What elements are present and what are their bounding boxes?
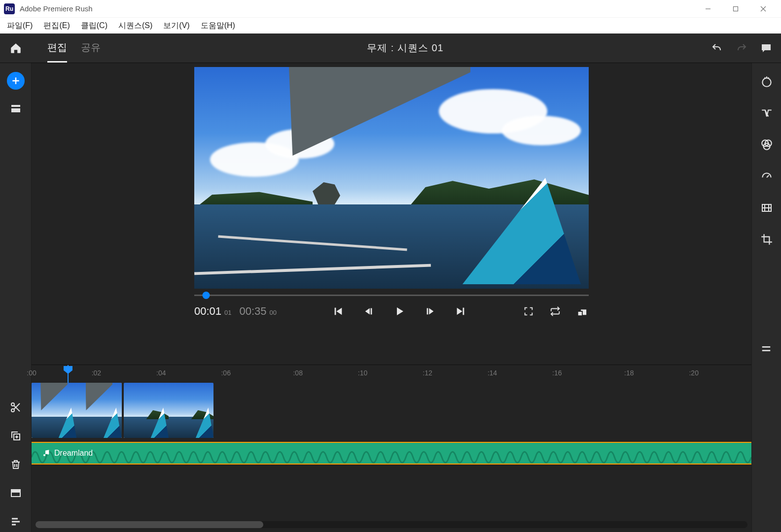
svg-rect-10	[426, 308, 428, 315]
os-titlebar: Ru Adobe Premiere Rush	[0, 0, 781, 18]
app-root: 편집 공유 무제 : 시퀀스 01	[0, 33, 781, 532]
ruler-tick: :20	[689, 369, 698, 377]
window-close-button[interactable]	[749, 0, 777, 18]
svg-rect-7	[11, 108, 20, 112]
step-back-button[interactable]	[362, 304, 376, 318]
media-browser-button[interactable]	[8, 100, 24, 116]
svg-rect-8	[334, 308, 336, 315]
ruler-tick: :14	[488, 369, 497, 377]
audio-tool-button[interactable]	[759, 200, 775, 216]
speed-tool-button[interactable]	[759, 168, 775, 184]
audio-clip[interactable]: Dreamland	[32, 442, 751, 465]
timeline-panel: :00 :02 :04 :06 :08 :10 :12 :14 :16 :18 …	[32, 365, 751, 532]
svg-rect-11	[462, 308, 464, 315]
video-preview[interactable]	[194, 67, 589, 289]
timeline-tools	[0, 399, 32, 530]
ruler-tick: :00	[27, 369, 36, 377]
sequence-title: 무제 : 시퀀스 01	[101, 41, 710, 55]
undo-button[interactable]	[710, 41, 724, 55]
current-frames: 01	[224, 309, 231, 316]
menu-help[interactable]: 도움말(H)	[201, 21, 235, 31]
menubar: 파일(F) 편집(E) 클립(C) 시퀀스(S) 보기(V) 도움말(H)	[0, 18, 781, 33]
app-topbar: 편집 공유 무제 : 시퀀스 01	[0, 33, 781, 63]
titles-tool-button[interactable]	[759, 74, 775, 90]
app-title: Adobe Premiere Rush	[20, 4, 694, 13]
window-minimize-button[interactable]	[694, 0, 722, 18]
ruler-tick: :10	[358, 369, 367, 377]
tab-edit[interactable]: 편집	[47, 34, 67, 63]
ruler-tick: :02	[92, 369, 101, 377]
menu-file[interactable]: 파일(F)	[7, 21, 33, 31]
step-forward-button[interactable]	[423, 304, 437, 318]
duplicate-button[interactable]	[8, 428, 24, 444]
svg-point-16	[762, 78, 771, 86]
ruler-tick: :04	[156, 369, 166, 377]
crop-tool-button[interactable]	[759, 232, 775, 247]
project-panel-button[interactable]	[8, 485, 24, 501]
color-tool-button[interactable]	[759, 137, 775, 153]
current-time: 00:01	[194, 305, 221, 318]
svg-line-20	[767, 175, 769, 177]
redo-button[interactable]	[735, 41, 748, 55]
comment-button[interactable]	[759, 41, 773, 55]
panel-toggle-button[interactable]	[759, 342, 773, 356]
duration-frames: 00	[270, 309, 277, 316]
app-body: 00:01 01 00:35 00	[0, 63, 781, 532]
transitions-tool-button[interactable]	[759, 105, 775, 121]
ruler-tick: :18	[624, 369, 634, 377]
menu-view[interactable]: 보기(V)	[163, 21, 189, 31]
ruler-tick: :08	[293, 369, 302, 377]
timeline-scrollbar-thumb[interactable]	[36, 521, 263, 528]
home-button[interactable]	[9, 41, 23, 55]
right-rail	[751, 63, 781, 532]
timeline-tracks[interactable]: Dreamland	[32, 383, 751, 514]
tab-share[interactable]: 공유	[81, 34, 101, 63]
svg-rect-6	[11, 105, 20, 107]
timeline-scrollbar[interactable]	[36, 521, 747, 528]
fullscreen-button[interactable]	[522, 304, 535, 318]
menu-edit[interactable]: 편집(E)	[43, 21, 70, 31]
window-maximize-button[interactable]	[722, 0, 749, 18]
go-end-button[interactable]	[454, 304, 467, 318]
video-clip[interactable]	[124, 383, 214, 438]
go-start-button[interactable]	[331, 304, 345, 318]
preview-panel: 00:01 01 00:35 00	[32, 63, 751, 365]
timeline-ruler[interactable]: :00 :02 :04 :06 :08 :10 :12 :14 :16 :18 …	[32, 365, 751, 383]
transport-bar: 00:01 01 00:35 00	[194, 302, 589, 325]
ruler-tick: :06	[221, 369, 230, 377]
svg-rect-33	[11, 490, 20, 492]
app-icon: Ru	[4, 3, 15, 14]
scrub-bar[interactable]	[194, 289, 589, 302]
track-controls-button[interactable]	[8, 514, 24, 530]
svg-point-25	[11, 403, 14, 406]
delete-button[interactable]	[8, 457, 24, 472]
scissors-button[interactable]	[8, 399, 24, 415]
ruler-tick: :12	[423, 369, 432, 377]
menu-sequence[interactable]: 시퀀스(S)	[118, 21, 152, 31]
svg-rect-1	[734, 6, 738, 11]
video-clip[interactable]	[32, 383, 122, 438]
menu-clip[interactable]: 클립(C)	[81, 21, 107, 31]
snapshot-button[interactable]	[575, 304, 589, 318]
audio-clip-name: Dreamland	[54, 449, 93, 458]
scrub-thumb[interactable]	[203, 292, 210, 299]
ruler-tick: :16	[552, 369, 562, 377]
play-button[interactable]	[392, 304, 406, 318]
loop-button[interactable]	[548, 304, 562, 318]
svg-point-26	[11, 409, 14, 412]
duration: 00:35	[240, 305, 267, 318]
svg-rect-13	[578, 311, 582, 316]
add-media-button[interactable]	[7, 72, 25, 90]
svg-rect-9	[370, 308, 372, 315]
timeline-playhead[interactable]	[68, 365, 69, 383]
music-note-icon	[42, 449, 50, 457]
